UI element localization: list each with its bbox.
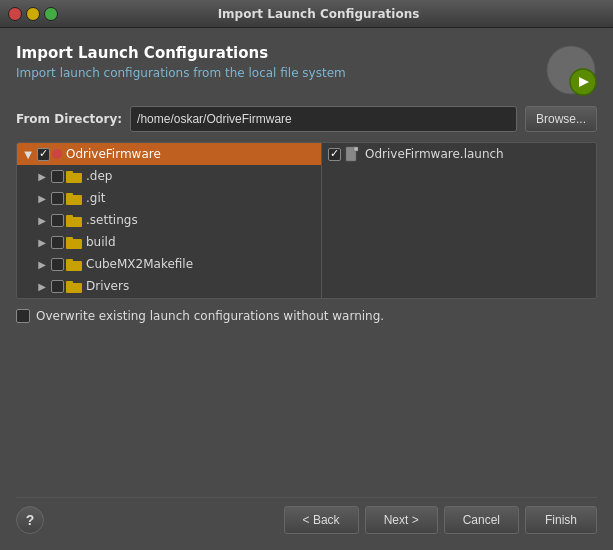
checkbox-drivers[interactable] [51,280,64,293]
tree-item-settings[interactable]: ▶ .settings [17,209,321,231]
checkbox-git[interactable] [51,192,64,205]
window-controls[interactable] [8,7,58,21]
svg-rect-25 [354,147,358,151]
spacer [16,333,597,488]
item-label-dep: .dep [86,169,112,183]
svg-rect-4 [66,171,73,175]
folder-icon-git [66,192,82,205]
header-section: Import Launch Configurations Import laun… [16,44,597,96]
bottom-bar: ? < Back Next > Cancel Finish [16,497,597,534]
checkbox-dep[interactable] [51,170,64,183]
checkbox-root[interactable] [37,148,50,161]
item-label-settings: .settings [86,213,138,227]
maximize-button[interactable] [44,7,58,21]
help-button[interactable]: ? [16,506,44,534]
folder-icon-cubemx [66,258,82,271]
from-directory-input[interactable] [130,106,517,132]
tree-item-inc[interactable]: ▶ Inc [17,297,321,298]
item-label-git: .git [86,191,105,205]
item-label-root: OdriveFirmware [66,147,161,161]
svg-rect-6 [66,193,73,197]
header-title: Import Launch Configurations [16,44,346,62]
svg-rect-14 [66,281,73,285]
svg-rect-12 [66,259,73,263]
checkbox-launch[interactable] [328,148,341,161]
overwrite-row: Overwrite existing launch configurations… [16,309,597,323]
folder-icon-build [66,236,82,249]
header-subtitle: Import launch configurations from the lo… [16,66,346,80]
expand-arrow-build[interactable]: ▶ [35,235,49,249]
folder-icon-drivers [66,280,82,293]
svg-rect-8 [66,215,73,219]
dialog-body: Import Launch Configurations Import laun… [0,28,613,550]
item-label-cubemx: CubeMX2Makefile [86,257,193,271]
navigation-buttons: < Back Next > Cancel Finish [284,506,597,534]
from-directory-row: From Directory: Browse... [16,106,597,132]
file-panels: ▼ OdriveFirmware ▶ .dep ▶ [16,142,597,299]
cancel-button[interactable]: Cancel [444,506,519,534]
folder-icon-settings [66,214,82,227]
close-button[interactable] [8,7,22,21]
checkbox-cubemx[interactable] [51,258,64,271]
item-label-build: build [86,235,116,249]
item-label-drivers: Drivers [86,279,129,293]
right-file-panel: OdriveFirmware.launch [322,143,596,298]
finish-button[interactable]: Finish [525,506,597,534]
header-text: Import Launch Configurations Import laun… [16,44,346,80]
file-icon-launch [345,146,359,162]
tree-item-drivers[interactable]: ▶ Drivers [17,275,321,297]
checkbox-settings[interactable] [51,214,64,227]
back-button[interactable]: < Back [284,506,359,534]
expand-arrow-dep[interactable]: ▶ [35,169,49,183]
svg-rect-10 [66,237,73,241]
minimize-button[interactable] [26,7,40,21]
overwrite-checkbox[interactable] [16,309,30,323]
overwrite-label: Overwrite existing launch configurations… [36,309,384,323]
title-bar: Import Launch Configurations [0,0,613,28]
window-title: Import Launch Configurations [64,7,573,21]
folder-closed-icon [52,149,62,159]
expand-arrow-settings[interactable]: ▶ [35,213,49,227]
tree-item-root[interactable]: ▼ OdriveFirmware [17,143,321,165]
tree-item-build[interactable]: ▶ build [17,231,321,253]
next-button[interactable]: Next > [365,506,438,534]
expand-arrow-drivers[interactable]: ▶ [35,279,49,293]
expand-arrow-git[interactable]: ▶ [35,191,49,205]
from-directory-label: From Directory: [16,112,122,126]
header-icon [545,44,597,96]
browse-button[interactable]: Browse... [525,106,597,132]
left-file-panel: ▼ OdriveFirmware ▶ .dep ▶ [17,143,322,298]
right-item-launch[interactable]: OdriveFirmware.launch [322,143,596,165]
expand-arrow-root[interactable]: ▼ [21,147,35,161]
checkbox-build[interactable] [51,236,64,249]
expand-arrow-cubemx[interactable]: ▶ [35,257,49,271]
folder-icon-dep [66,170,82,183]
tree-item-cubemx[interactable]: ▶ CubeMX2Makefile [17,253,321,275]
tree-item-git[interactable]: ▶ .git [17,187,321,209]
tree-item-dep[interactable]: ▶ .dep [17,165,321,187]
item-label-launch: OdriveFirmware.launch [365,147,504,161]
